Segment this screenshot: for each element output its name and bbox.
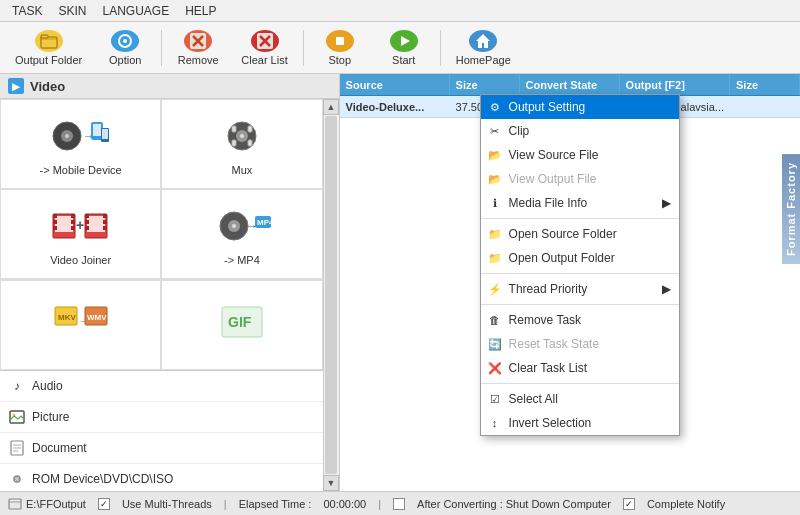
svg-rect-0 <box>41 37 57 48</box>
clip-icon: ✂ <box>487 123 503 139</box>
option-label: Option <box>109 54 141 66</box>
mux-label: Mux <box>232 164 253 176</box>
menu-task[interactable]: TASK <box>4 2 50 20</box>
complete-notify-checkbox[interactable] <box>623 498 635 510</box>
main-area: ▶ Video <box>0 74 800 491</box>
ctx-sep-4 <box>481 383 679 384</box>
menu-language[interactable]: LANGUAGE <box>94 2 177 20</box>
menu-help[interactable]: HELP <box>177 2 224 20</box>
mp4-item[interactable]: → MP4 -> MP4 <box>161 189 322 279</box>
ctx-invert-selection[interactable]: ↕ Invert Selection <box>481 411 679 435</box>
option-button[interactable]: Option <box>95 26 155 70</box>
ctx-media-info-label: Media File Info <box>509 196 588 210</box>
ctx-clear-task-list-label: Clear Task List <box>509 361 587 375</box>
elapsed-time: 00:00:00 <box>323 498 366 510</box>
remove-icon <box>184 30 212 52</box>
stop-icon <box>326 30 354 52</box>
homepage-label: HomePage <box>456 54 511 66</box>
status-sep-2: | <box>378 498 381 510</box>
clear-list-label: Clear List <box>241 54 287 66</box>
folder-icon <box>35 30 63 52</box>
document-category[interactable]: Document <box>0 433 323 464</box>
view-source-icon: 📂 <box>487 147 503 163</box>
multi-threads-checkbox[interactable] <box>98 498 110 510</box>
left-panel: ▶ Video <box>0 74 340 491</box>
rom-label: ROM Device\DVD\CD\ISO <box>32 472 173 486</box>
svg-text:GIF: GIF <box>228 314 252 330</box>
svg-point-68 <box>16 478 19 481</box>
svg-rect-21 <box>93 124 101 136</box>
remove-task-icon: 🗑 <box>487 312 503 328</box>
menu-skin[interactable]: SKIN <box>50 2 94 20</box>
picture-category[interactable]: Picture <box>0 402 323 433</box>
open-output-folder-icon: 📁 <box>487 250 503 266</box>
svg-rect-38 <box>71 226 75 230</box>
picture-icon <box>8 408 26 426</box>
ctx-open-output-folder[interactable]: 📁 Open Output Folder <box>481 246 679 270</box>
ctx-reset-task-label: Reset Task State <box>509 337 600 351</box>
start-button[interactable]: Start <box>374 26 434 70</box>
scroll-thumb[interactable] <box>325 116 337 474</box>
svg-text:MKV: MKV <box>58 313 76 322</box>
svg-point-50 <box>232 224 236 228</box>
audio-category[interactable]: ♪ Audio <box>0 371 323 402</box>
output-path-item: E:\FFOutput <box>8 497 86 511</box>
after-convert-checkbox[interactable] <box>393 498 405 510</box>
ctx-remove-task[interactable]: 🗑 Remove Task <box>481 308 679 332</box>
svg-text:MP4: MP4 <box>257 218 274 227</box>
svg-point-26 <box>240 134 244 138</box>
svg-rect-47 <box>103 226 107 230</box>
mobile-device-item[interactable]: → -> Mobile Device <box>0 99 161 189</box>
start-icon <box>390 30 418 52</box>
ctx-output-setting[interactable]: ⚙ Output Setting <box>481 95 679 119</box>
start-label: Start <box>392 54 415 66</box>
rom-category[interactable]: ROM Device\DVD\CD\ISO <box>0 464 323 491</box>
clear-list-button[interactable]: Clear List <box>232 26 296 70</box>
scroll-down-arrow[interactable]: ▼ <box>323 475 339 491</box>
video-joiner-label: Video Joiner <box>50 254 111 266</box>
ctx-clear-task-list[interactable]: ❌ Clear Task List <box>481 356 679 380</box>
toolbar-sep-3 <box>440 30 441 66</box>
thread-priority-icon: ⚡ <box>487 281 503 297</box>
svg-rect-36 <box>71 214 75 218</box>
clear-task-list-icon: ❌ <box>487 360 503 376</box>
video-joiner-icon: + <box>49 202 113 250</box>
ctx-media-info[interactable]: ℹ Media File Info ▶ <box>481 191 679 215</box>
svg-rect-28 <box>248 126 252 132</box>
ctx-open-source-folder-label: Open Source Folder <box>509 227 617 241</box>
ctx-view-source[interactable]: 📂 View Source File <box>481 143 679 167</box>
ctx-thread-priority-label: Thread Priority <box>509 282 588 296</box>
left-panel-scrollbar[interactable]: ▲ ▼ <box>323 99 339 491</box>
left-panel-content: → -> Mobile Device <box>0 99 339 491</box>
svg-rect-44 <box>85 226 89 230</box>
ctx-open-source-folder[interactable]: 📁 Open Source Folder <box>481 222 679 246</box>
scroll-up-arrow[interactable]: ▲ <box>323 99 339 115</box>
svg-rect-41 <box>87 216 105 232</box>
stop-button[interactable]: Stop <box>310 26 370 70</box>
output-folder-button[interactable]: Output Folder <box>6 26 91 70</box>
item-row3-col1[interactable]: MKV → WMV <box>0 280 161 370</box>
ctx-view-output: 📂 View Output File <box>481 167 679 191</box>
svg-text:+: + <box>76 217 84 233</box>
output-path-text: E:\FFOutput <box>26 498 86 510</box>
mux-item[interactable]: Mux <box>161 99 322 189</box>
ctx-sep-2 <box>481 273 679 274</box>
ctx-output-setting-label: Output Setting <box>509 100 586 114</box>
context-menu: ⚙ Output Setting ✂ Clip 📂 View Source Fi… <box>480 94 680 436</box>
conversion-grid-area: → -> Mobile Device <box>0 99 323 491</box>
svg-rect-30 <box>248 140 252 146</box>
remove-button[interactable]: Remove <box>168 26 228 70</box>
ctx-reset-task: 🔄 Reset Task State <box>481 332 679 356</box>
svg-rect-46 <box>103 220 107 224</box>
ctx-clip[interactable]: ✂ Clip <box>481 119 679 143</box>
ctx-remove-task-label: Remove Task <box>509 313 581 327</box>
view-output-icon: 📂 <box>487 171 503 187</box>
homepage-button[interactable]: HomePage <box>447 26 520 70</box>
ctx-select-all[interactable]: ☑ Select All <box>481 387 679 411</box>
audio-label: Audio <box>32 379 63 393</box>
video-joiner-item[interactable]: + Video <box>0 189 161 279</box>
svg-rect-43 <box>85 220 89 224</box>
ctx-thread-priority[interactable]: ⚡ Thread Priority ▶ <box>481 277 679 301</box>
row3-col1-icon: MKV → WMV <box>49 299 113 347</box>
gif-item[interactable]: GIF <box>161 280 322 370</box>
